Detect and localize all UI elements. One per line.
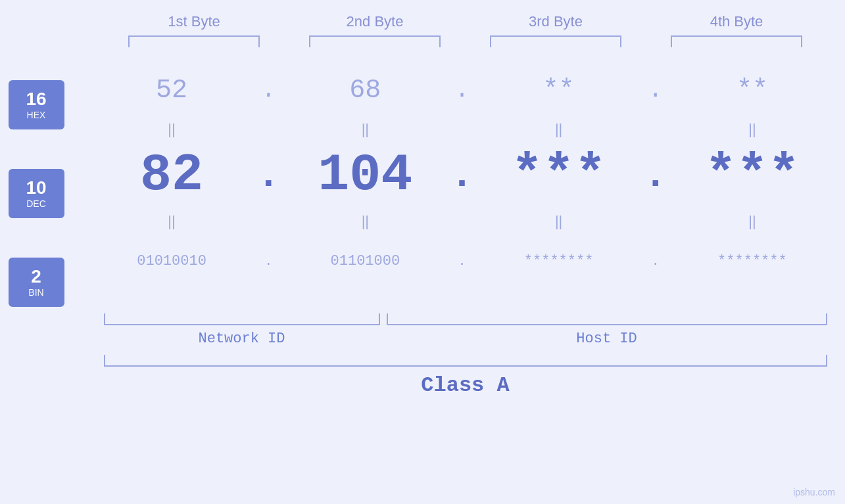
values-grid: 52 . 68 . ** . ** — [87, 60, 837, 290]
equals-row-2: || || || || — [87, 212, 837, 231]
bin-badge-num: 2 — [31, 267, 41, 286]
network-id-label: Network ID — [104, 331, 380, 347]
hex-b1: 52 — [99, 76, 244, 105]
eq1-b3: || — [487, 121, 631, 138]
dec-badge: 10 DEC — [9, 169, 64, 218]
bracket-b2 — [309, 35, 441, 47]
bracket-b4 — [671, 35, 802, 47]
eq2-b4: || — [680, 213, 825, 230]
bin-b4: ******** — [680, 253, 825, 269]
bin-dot3: . — [642, 254, 669, 269]
eq2-b1: || — [99, 213, 244, 230]
host-id-label: Host ID — [387, 331, 827, 347]
full-bracket-row — [104, 355, 827, 367]
hex-b3: ** — [487, 76, 631, 105]
hex-row: 52 . 68 . ** . ** — [87, 60, 837, 120]
bin-dot1: . — [255, 254, 281, 269]
class-label-row: Class A — [104, 373, 827, 398]
bottom-section: Network ID Host ID — [104, 313, 827, 347]
hex-badge: 16 HEX — [9, 80, 64, 129]
dec-dot2: . — [448, 156, 475, 195]
bin-dot2: . — [448, 254, 475, 269]
network-bracket — [104, 313, 380, 325]
byte-headers: 1st Byte 2nd Byte 3rd Byte 4th Byte — [104, 13, 827, 30]
hex-dot1: . — [255, 77, 281, 104]
id-labels-row: Network ID Host ID — [104, 331, 827, 347]
dec-badge-num: 10 — [26, 179, 46, 197]
bin-b2: 01101000 — [293, 253, 437, 269]
host-bracket — [387, 313, 827, 325]
byte3-header: 3rd Byte — [483, 13, 628, 30]
hex-badge-num: 16 — [26, 90, 46, 108]
byte2-header: 2nd Byte — [302, 13, 447, 30]
watermark: ipshu.com — [793, 487, 835, 497]
eq1-b1: || — [99, 121, 244, 138]
dec-row: 82 . 104 . *** . *** — [87, 139, 837, 212]
class-label: Class A — [421, 373, 509, 398]
byte1-header: 1st Byte — [122, 13, 266, 30]
dec-dot1: . — [255, 156, 281, 195]
hex-badge-label: HEX — [27, 110, 46, 120]
bin-b1: 01010010 — [99, 253, 244, 269]
eq1-b2: || — [293, 121, 437, 138]
dec-b1: 82 — [99, 149, 244, 202]
bin-badge-label: BIN — [28, 287, 43, 298]
bottom-brackets — [104, 313, 827, 325]
equals-row-1: || || || || — [87, 120, 837, 139]
dec-badge-label: DEC — [26, 198, 46, 209]
hex-b2: 68 — [293, 76, 437, 105]
eq2-b2: || — [293, 213, 437, 230]
hex-b4: ** — [680, 76, 825, 105]
bin-b3: ******** — [487, 253, 631, 269]
hex-dot2: . — [448, 77, 475, 104]
bracket-b3 — [490, 35, 621, 47]
eq1-b4: || — [680, 121, 825, 138]
hex-dot3: . — [642, 77, 669, 104]
bin-badge: 2 BIN — [9, 258, 64, 307]
badges-column: 16 HEX 10 DEC 2 BIN — [9, 80, 74, 307]
top-bracket-row — [104, 35, 827, 47]
dec-b2: 104 — [293, 149, 437, 202]
content-area: 16 HEX 10 DEC 2 BIN 52 . — [9, 60, 837, 307]
dec-b4: *** — [680, 149, 825, 202]
eq2-b3: || — [487, 213, 631, 230]
main-container: 1st Byte 2nd Byte 3rd Byte 4th Byte 16 H… — [0, 0, 845, 504]
byte4-header: 4th Byte — [664, 13, 809, 30]
bin-row: 01010010 . 01101000 . ******** . — [87, 231, 837, 290]
dec-dot3: . — [642, 156, 669, 195]
dec-b3: *** — [487, 149, 631, 202]
bracket-b1 — [128, 35, 260, 47]
full-bracket — [104, 355, 827, 367]
